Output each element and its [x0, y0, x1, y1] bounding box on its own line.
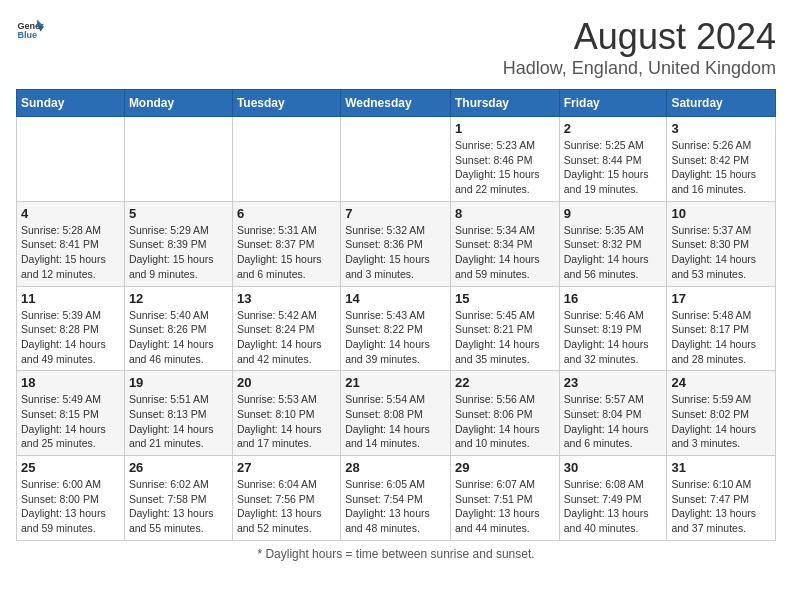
day-detail: Sunrise: 6:05 AM Sunset: 7:54 PM Dayligh…	[345, 477, 446, 536]
day-detail: Sunrise: 5:39 AM Sunset: 8:28 PM Dayligh…	[21, 308, 120, 367]
day-detail: Sunrise: 5:32 AM Sunset: 8:36 PM Dayligh…	[345, 223, 446, 282]
table-row: 30 Sunrise: 6:08 AM Sunset: 7:49 PM Dayl…	[559, 456, 667, 541]
calendar-week-row: 25 Sunrise: 6:00 AM Sunset: 8:00 PM Dayl…	[17, 456, 776, 541]
day-number: 31	[671, 460, 771, 475]
table-row: 2 Sunrise: 5:25 AM Sunset: 8:44 PM Dayli…	[559, 117, 667, 202]
day-detail: Sunrise: 5:28 AM Sunset: 8:41 PM Dayligh…	[21, 223, 120, 282]
table-row: 15 Sunrise: 5:45 AM Sunset: 8:21 PM Dayl…	[450, 286, 559, 371]
table-row: 9 Sunrise: 5:35 AM Sunset: 8:32 PM Dayli…	[559, 201, 667, 286]
col-friday: Friday	[559, 90, 667, 117]
day-number: 22	[455, 375, 555, 390]
calendar-week-row: 1 Sunrise: 5:23 AM Sunset: 8:46 PM Dayli…	[17, 117, 776, 202]
day-number: 12	[129, 291, 228, 306]
day-number: 10	[671, 206, 771, 221]
table-row: 26 Sunrise: 6:02 AM Sunset: 7:58 PM Dayl…	[124, 456, 232, 541]
day-number: 7	[345, 206, 446, 221]
table-row: 17 Sunrise: 5:48 AM Sunset: 8:17 PM Dayl…	[667, 286, 776, 371]
table-row: 16 Sunrise: 5:46 AM Sunset: 8:19 PM Dayl…	[559, 286, 667, 371]
day-number: 5	[129, 206, 228, 221]
table-row: 11 Sunrise: 5:39 AM Sunset: 8:28 PM Dayl…	[17, 286, 125, 371]
month-year-title: August 2024	[503, 16, 776, 58]
table-row: 8 Sunrise: 5:34 AM Sunset: 8:34 PM Dayli…	[450, 201, 559, 286]
day-detail: Sunrise: 5:49 AM Sunset: 8:15 PM Dayligh…	[21, 392, 120, 451]
calendar-week-row: 11 Sunrise: 5:39 AM Sunset: 8:28 PM Dayl…	[17, 286, 776, 371]
col-thursday: Thursday	[450, 90, 559, 117]
col-saturday: Saturday	[667, 90, 776, 117]
table-row: 22 Sunrise: 5:56 AM Sunset: 8:06 PM Dayl…	[450, 371, 559, 456]
day-detail: Sunrise: 5:40 AM Sunset: 8:26 PM Dayligh…	[129, 308, 228, 367]
day-number: 4	[21, 206, 120, 221]
col-monday: Monday	[124, 90, 232, 117]
day-detail: Sunrise: 6:10 AM Sunset: 7:47 PM Dayligh…	[671, 477, 771, 536]
day-detail: Sunrise: 5:43 AM Sunset: 8:22 PM Dayligh…	[345, 308, 446, 367]
day-number: 9	[564, 206, 663, 221]
day-detail: Sunrise: 6:04 AM Sunset: 7:56 PM Dayligh…	[237, 477, 336, 536]
day-number: 13	[237, 291, 336, 306]
footer-daylight-text: Daylight hours	[265, 547, 342, 561]
col-wednesday: Wednesday	[341, 90, 451, 117]
day-number: 25	[21, 460, 120, 475]
day-number: 3	[671, 121, 771, 136]
day-detail: Sunrise: 5:51 AM Sunset: 8:13 PM Dayligh…	[129, 392, 228, 451]
table-row	[341, 117, 451, 202]
svg-text:Blue: Blue	[17, 30, 37, 40]
location-subtitle: Hadlow, England, United Kingdom	[503, 58, 776, 79]
day-number: 16	[564, 291, 663, 306]
table-row	[17, 117, 125, 202]
day-number: 8	[455, 206, 555, 221]
table-row: 18 Sunrise: 5:49 AM Sunset: 8:15 PM Dayl…	[17, 371, 125, 456]
day-detail: Sunrise: 5:35 AM Sunset: 8:32 PM Dayligh…	[564, 223, 663, 282]
day-number: 15	[455, 291, 555, 306]
calendar-table: Sunday Monday Tuesday Wednesday Thursday…	[16, 89, 776, 541]
table-row: 3 Sunrise: 5:26 AM Sunset: 8:42 PM Dayli…	[667, 117, 776, 202]
day-detail: Sunrise: 6:07 AM Sunset: 7:51 PM Dayligh…	[455, 477, 555, 536]
day-number: 18	[21, 375, 120, 390]
table-row: 25 Sunrise: 6:00 AM Sunset: 8:00 PM Dayl…	[17, 456, 125, 541]
col-sunday: Sunday	[17, 90, 125, 117]
day-number: 6	[237, 206, 336, 221]
day-number: 23	[564, 375, 663, 390]
day-detail: Sunrise: 5:29 AM Sunset: 8:39 PM Dayligh…	[129, 223, 228, 282]
day-detail: Sunrise: 5:54 AM Sunset: 8:08 PM Dayligh…	[345, 392, 446, 451]
calendar-header-row: Sunday Monday Tuesday Wednesday Thursday…	[17, 90, 776, 117]
table-row: 14 Sunrise: 5:43 AM Sunset: 8:22 PM Dayl…	[341, 286, 451, 371]
table-row: 27 Sunrise: 6:04 AM Sunset: 7:56 PM Dayl…	[232, 456, 340, 541]
day-detail: Sunrise: 5:42 AM Sunset: 8:24 PM Dayligh…	[237, 308, 336, 367]
day-number: 29	[455, 460, 555, 475]
table-row: 4 Sunrise: 5:28 AM Sunset: 8:41 PM Dayli…	[17, 201, 125, 286]
table-row: 24 Sunrise: 5:59 AM Sunset: 8:02 PM Dayl…	[667, 371, 776, 456]
table-row: 1 Sunrise: 5:23 AM Sunset: 8:46 PM Dayli…	[450, 117, 559, 202]
day-detail: Sunrise: 5:26 AM Sunset: 8:42 PM Dayligh…	[671, 138, 771, 197]
table-row: 21 Sunrise: 5:54 AM Sunset: 8:08 PM Dayl…	[341, 371, 451, 456]
day-number: 24	[671, 375, 771, 390]
table-row: 10 Sunrise: 5:37 AM Sunset: 8:30 PM Dayl…	[667, 201, 776, 286]
table-row: 20 Sunrise: 5:53 AM Sunset: 8:10 PM Dayl…	[232, 371, 340, 456]
day-number: 28	[345, 460, 446, 475]
day-detail: Sunrise: 5:48 AM Sunset: 8:17 PM Dayligh…	[671, 308, 771, 367]
calendar-week-row: 4 Sunrise: 5:28 AM Sunset: 8:41 PM Dayli…	[17, 201, 776, 286]
day-detail: Sunrise: 5:56 AM Sunset: 8:06 PM Dayligh…	[455, 392, 555, 451]
day-number: 14	[345, 291, 446, 306]
day-number: 20	[237, 375, 336, 390]
table-row: 5 Sunrise: 5:29 AM Sunset: 8:39 PM Dayli…	[124, 201, 232, 286]
table-row: 29 Sunrise: 6:07 AM Sunset: 7:51 PM Dayl…	[450, 456, 559, 541]
day-detail: Sunrise: 5:34 AM Sunset: 8:34 PM Dayligh…	[455, 223, 555, 282]
day-number: 26	[129, 460, 228, 475]
table-row: 23 Sunrise: 5:57 AM Sunset: 8:04 PM Dayl…	[559, 371, 667, 456]
day-detail: Sunrise: 6:00 AM Sunset: 8:00 PM Dayligh…	[21, 477, 120, 536]
title-area: August 2024 Hadlow, England, United King…	[503, 16, 776, 79]
day-detail: Sunrise: 5:46 AM Sunset: 8:19 PM Dayligh…	[564, 308, 663, 367]
table-row	[124, 117, 232, 202]
day-number: 2	[564, 121, 663, 136]
day-number: 19	[129, 375, 228, 390]
day-number: 21	[345, 375, 446, 390]
day-detail: Sunrise: 5:53 AM Sunset: 8:10 PM Dayligh…	[237, 392, 336, 451]
day-number: 11	[21, 291, 120, 306]
table-row: 28 Sunrise: 6:05 AM Sunset: 7:54 PM Dayl…	[341, 456, 451, 541]
footer-note: * Daylight hours = time between sunrise …	[16, 547, 776, 561]
col-tuesday: Tuesday	[232, 90, 340, 117]
day-number: 27	[237, 460, 336, 475]
logo-icon: General Blue	[16, 16, 44, 44]
day-detail: Sunrise: 5:37 AM Sunset: 8:30 PM Dayligh…	[671, 223, 771, 282]
day-detail: Sunrise: 5:31 AM Sunset: 8:37 PM Dayligh…	[237, 223, 336, 282]
